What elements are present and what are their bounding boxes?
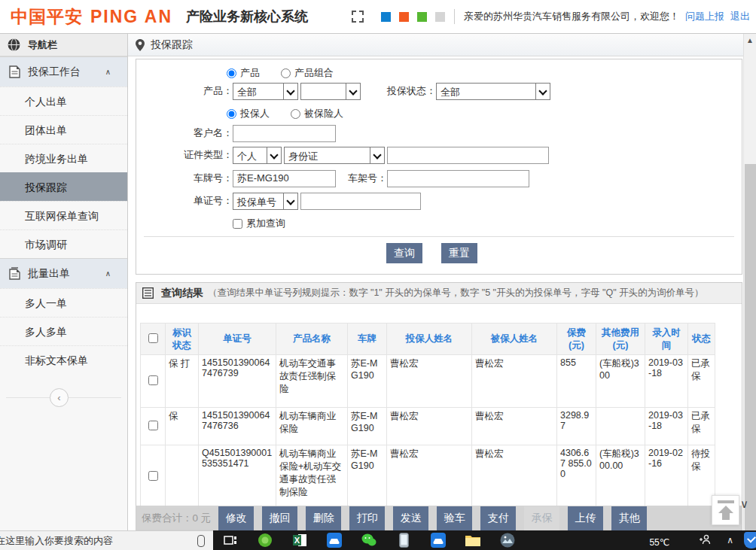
vertical-scrollbar[interactable]: ▲ [743, 34, 756, 530]
chevron-down-icon [283, 193, 297, 209]
sidebar-item-crossborder-issue[interactable]: 跨境业务出单 [0, 144, 127, 172]
status-select[interactable]: 全部 [436, 83, 550, 100]
id-kind-select[interactable]: 身份证 [284, 147, 385, 164]
sidebar-item-market-research[interactable]: 市场调研 [0, 229, 127, 258]
radio-insured-input[interactable] [291, 109, 300, 119]
sidebar-item-group-issue[interactable]: 团体出单 [0, 115, 127, 144]
plate-number-input[interactable] [233, 170, 336, 187]
id-number-input[interactable] [387, 147, 549, 164]
task-view-icon[interactable] [213, 530, 248, 550]
other-button[interactable]: 其他 [611, 506, 647, 530]
sidebar-item-nonstandard-text-policy[interactable]: 非标文本保单 [0, 345, 127, 374]
car-app-icon[interactable] [317, 530, 352, 550]
temperature-readout[interactable]: 55℃ [649, 530, 669, 550]
col-plate: 车牌 [348, 324, 387, 355]
modify-button[interactable]: 修改 [218, 506, 254, 530]
sidebar-item-policy-tracking[interactable]: 投保跟踪 [0, 172, 127, 201]
print-button[interactable]: 打印 [349, 506, 385, 530]
sidebar-item-internet-policy-query[interactable]: 互联网保单查询 [0, 201, 127, 229]
radio-product-input[interactable] [227, 68, 236, 78]
id-category-select[interactable]: 个人 [233, 147, 282, 164]
cell-doc-no[interactable]: 14515013900647476739 [199, 355, 276, 408]
row-checkbox[interactable] [148, 471, 158, 481]
sidebar-group-policy-workbench[interactable]: 投保工作台 ∧ [0, 56, 127, 87]
scroll-top-button[interactable] [712, 495, 739, 525]
pin-icon[interactable] [197, 535, 205, 547]
cell-insured: 曹松宏 [472, 408, 557, 445]
chevron-down-icon[interactable]: ∨ [740, 497, 748, 511]
chevron-up-icon[interactable]: ∧ [727, 535, 733, 545]
sidebar-item-multi-person-one-order[interactable]: 多人一单 [0, 288, 127, 317]
table-row: 保 14515013900647476736 机动车辆商业保险 苏E-MG190… [141, 408, 715, 445]
car-app-icon-2[interactable] [421, 530, 456, 550]
scrollbar-thumb[interactable] [745, 164, 756, 530]
inspect-vehicle-button[interactable]: 验车 [437, 506, 472, 530]
theme-swatch-orange[interactable] [399, 12, 409, 22]
phone-icon[interactable] [386, 530, 421, 550]
cell-other-fee[interactable] [596, 408, 645, 445]
status-label: 投保状态： [361, 84, 436, 98]
group-label: 批量出单 [28, 267, 70, 281]
cell-entry-date: 2019-03-18 [645, 408, 688, 445]
delete-button[interactable]: 删除 [306, 506, 341, 530]
pay-button[interactable]: 支付 [480, 506, 516, 530]
add-person-icon[interactable] [700, 534, 712, 547]
query-button[interactable]: 查询 [386, 243, 422, 263]
security-shield-icon[interactable] [744, 532, 756, 548]
doc-type-select[interactable]: 投保单号 [233, 193, 298, 210]
scrollbar-up-icon[interactable]: ▲ [744, 34, 756, 47]
upload-button[interactable]: 上传 [568, 506, 603, 530]
excel-icon[interactable]: X [282, 530, 317, 550]
send-button[interactable]: 发送 [393, 506, 428, 530]
withdraw-button[interactable]: 撤回 [262, 506, 297, 530]
radio-product-combo[interactable]: 产品组合 [281, 66, 334, 80]
file-explorer-icon[interactable] [456, 530, 490, 550]
select-all-checkbox[interactable] [148, 333, 158, 343]
radio-policy-holder[interactable]: 投保人 [227, 107, 270, 120]
selection-frame-icon[interactable] [352, 11, 364, 23]
cell-other-fee[interactable]: (车船税)300 [596, 355, 645, 408]
customer-name-input[interactable] [233, 125, 336, 142]
sidebar-item-multi-person-multi-order[interactable]: 多人多单 [0, 317, 127, 345]
vin-input[interactable] [387, 170, 529, 187]
table-header-row: 标识状态 单证号 产品名称 车牌 投保人姓名 被保人姓名 保费(元) 其他费用(… [141, 324, 715, 355]
report-issue-link[interactable]: 问题上报 [685, 10, 724, 23]
doc-number-input[interactable] [300, 193, 421, 210]
sidebar-item-personal-issue[interactable]: 个人出单 [0, 87, 127, 115]
id-type-row: 证件类型： 个人 身份证 [136, 146, 736, 164]
product-select-1[interactable]: 全部 [233, 83, 298, 100]
radio-policy-holder-input[interactable] [227, 109, 236, 119]
top-header: 中国平安 PING AN 产险业务新核心系统 亲爱的苏州华贵汽车销售服务有限公司… [0, 0, 756, 34]
col-doc-no: 单证号 [199, 324, 276, 355]
cell-plate: 苏E-MG190 [348, 445, 387, 509]
cell-flags[interactable] [166, 445, 199, 509]
theme-swatch-green[interactable] [417, 12, 427, 22]
wechat-icon[interactable] [352, 530, 386, 550]
cell-flags[interactable]: 保 打 [166, 355, 199, 408]
svg-text:X: X [294, 536, 300, 545]
photos-icon[interactable] [490, 530, 525, 550]
sidebar-group-batch-issue[interactable]: 批量出单 ∧ [0, 258, 127, 288]
taskbar-search-input[interactable]: 在这里输入你要搜索的内容 [0, 530, 190, 550]
results-hint: （查询结果中单证号列规则提示：数字 "1" 开头的为保单号，数字 "5 "开头的… [208, 287, 704, 299]
cell-other-fee[interactable]: (车船税)300.00 [596, 445, 645, 509]
radio-product[interactable]: 产品 [227, 66, 260, 80]
radio-insured[interactable]: 被保险人 [291, 107, 343, 120]
globe-icon [8, 38, 20, 51]
logout-link[interactable]: 退出 [730, 10, 750, 23]
browser-icon[interactable] [248, 530, 282, 550]
radio-product-combo-input[interactable] [281, 68, 291, 78]
accumulate-checkbox-option[interactable]: 累加查询 [233, 217, 285, 230]
product-select-2[interactable] [300, 83, 361, 100]
cell-doc-no[interactable]: Q451501390001535351471 [199, 445, 276, 509]
sidebar-collapse-button[interactable]: ‹ [50, 388, 69, 407]
reset-button[interactable]: 重置 [441, 243, 477, 263]
theme-swatch-gray[interactable] [435, 12, 445, 22]
customer-row: 客户名： [136, 124, 736, 142]
row-checkbox[interactable] [148, 375, 158, 385]
cell-flags[interactable]: 保 [166, 408, 199, 445]
accumulate-checkbox[interactable] [233, 219, 242, 229]
row-checkbox[interactable] [148, 421, 158, 430]
cell-doc-no[interactable]: 14515013900647476736 [199, 408, 276, 445]
theme-swatch-blue[interactable] [381, 12, 391, 22]
